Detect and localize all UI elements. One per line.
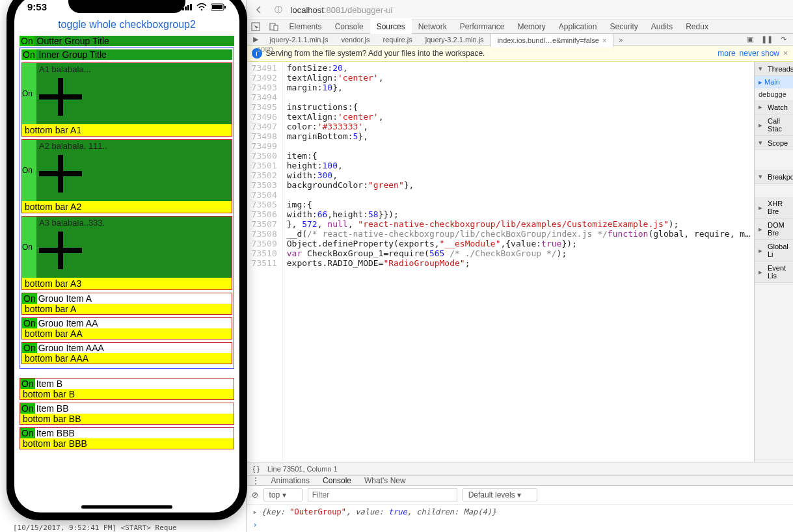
close-icon[interactable]: × — [602, 36, 606, 44]
toggle-link[interactable]: toggle whole checkboxgroup2 — [14, 15, 239, 36]
card-title: A3 balabala..333. — [39, 218, 230, 228]
drawer-tab-whatsnew[interactable]: What's New — [358, 472, 412, 489]
checkbox-item[interactable]: OnItem BB bottom bar BB — [20, 403, 234, 425]
checkbox-card[interactable]: On A3 balabala..333. bottom bar A3 — [21, 216, 232, 290]
info-never-link[interactable]: never show — [740, 49, 779, 58]
debug-sidebar: Threads ▸ Main debugge Watch Call Stac S… — [754, 62, 793, 462]
info-icon[interactable]: ⓘ — [271, 3, 286, 17]
checkbox-item[interactable]: OnGrouo Item AA bottom bar AA — [21, 317, 232, 339]
checkbox-item[interactable]: OnItem BBB bottom bar BBB — [20, 427, 234, 449]
drawer-tab-animations[interactable]: Animations — [265, 472, 316, 489]
outer-items: OnItem B bottom bar B OnItem BB bottom b… — [20, 378, 234, 449]
svg-rect-7 — [224, 6, 226, 8]
callstack-section[interactable]: Call Stac — [755, 114, 793, 136]
card-title: A2 balabala. 111.. — [39, 141, 230, 151]
phone-frame: 9:53 toggle whole checkboxgroup2 — [7, 0, 247, 520]
plus-icon — [39, 232, 82, 269]
phone-notch — [68, 0, 185, 13]
drawer: ⋮ AnimationsConsoleWhat's New ⊘ top ▾ De… — [247, 475, 793, 532]
inner-group-title[interactable]: On Inner Group Title — [21, 49, 232, 60]
card-bottom-bar: bottom bar A2 — [22, 201, 232, 213]
xhr-section[interactable]: XHR Bre — [755, 197, 793, 219]
toggle-sidebar-icon[interactable]: ▣ — [744, 35, 756, 44]
drawer-menu[interactable]: ⋮ — [247, 476, 265, 485]
drawer-tabs: ⋮ AnimationsConsoleWhat's New — [247, 476, 793, 486]
breakpoints-section[interactable]: Breakpo — [755, 170, 793, 184]
plus-icon — [39, 78, 82, 116]
threads-section[interactable]: Threads — [755, 62, 793, 76]
dom-section[interactable]: DOM Bre — [755, 219, 793, 240]
info-text: Serving from the file system? Add your f… — [266, 49, 485, 58]
url-text[interactable]: localhost:8081/debugger-ui — [291, 5, 393, 15]
thread-debugger[interactable]: debugge — [755, 88, 793, 100]
drawer-tab-console[interactable]: Console — [316, 472, 358, 490]
on-chip: On — [20, 36, 34, 46]
back-button[interactable] — [252, 3, 266, 17]
pause-icon[interactable]: ❚❚ — [759, 35, 775, 44]
home-indicator[interactable] — [81, 505, 172, 509]
devtools: ⓘ localhost:8081/debugger-ui ElementsCon… — [246, 0, 793, 532]
checkbox-item[interactable]: OnGrouo Item A bottom bar A — [21, 293, 232, 315]
checkbox-item[interactable]: OnItem B bottom bar B — [20, 378, 234, 400]
svg-rect-6 — [212, 5, 222, 9]
file-tab[interactable]: vendor.js — [334, 33, 376, 46]
global-section[interactable]: Global Li — [755, 240, 793, 261]
checkbox-item[interactable]: OnGrouo Item AAA bottom bar AAA — [21, 342, 232, 364]
phone-screen: 9:53 toggle whole checkboxgroup2 — [14, 0, 239, 512]
svg-rect-1 — [185, 7, 187, 10]
watch-section[interactable]: Watch — [755, 100, 793, 114]
on-chip: On — [20, 403, 35, 414]
context-select[interactable]: top ▾ — [263, 488, 302, 501]
item-bottom-bar: bottom bar AA — [22, 328, 232, 339]
on-chip: On — [22, 217, 36, 278]
item-title: Item BB — [36, 403, 69, 414]
outer-group-title[interactable]: On Outter Group Title — [20, 36, 234, 46]
item-bottom-bar: bottom bar BBB — [20, 438, 234, 449]
event-section[interactable]: Event Lis — [755, 261, 793, 283]
scope-section[interactable]: Scope — [755, 136, 793, 150]
tab-redux[interactable]: Redux — [679, 18, 715, 35]
item-bottom-bar: bottom bar B — [20, 389, 234, 399]
plus-icon — [39, 155, 82, 193]
item-bottom-bar: bottom bar AAA — [22, 353, 232, 364]
console-output[interactable]: ▸{key: "OuterGroup", value: true, childr… — [247, 505, 793, 532]
log-levels[interactable]: Default levels ▾ — [463, 488, 537, 501]
device-toggle-icon[interactable] — [267, 20, 280, 33]
more-files[interactable]: » — [616, 36, 625, 44]
svg-point-4 — [201, 8, 203, 10]
info-close[interactable]: × — [783, 49, 788, 58]
info-more-link[interactable]: more — [718, 49, 735, 58]
workspace-info: i Serving from the file system? Add your… — [247, 46, 793, 62]
clear-console-icon[interactable]: ⊘ — [252, 490, 258, 499]
inspect-icon[interactable] — [249, 20, 262, 33]
file-tab[interactable]: require.js — [377, 33, 419, 46]
on-chip: On — [22, 293, 37, 304]
tab-audits[interactable]: Audits — [645, 18, 679, 35]
svg-rect-3 — [190, 4, 192, 10]
thread-main[interactable]: ▸ Main — [755, 76, 793, 88]
inner-group: On Inner Group Title On A1 balabala... b… — [20, 47, 234, 369]
run-icon[interactable]: ▶ — [250, 35, 261, 44]
console-toolbar: ⊘ top ▾ Default levels ▾ — [247, 486, 793, 505]
terminal-line: [10/15/2017, 9:52:41 PM] <START> Reque — [13, 524, 177, 532]
devtools-tabs: ElementsConsoleSourcesNetworkPerformance… — [247, 20, 793, 34]
item-title: Grouo Item AA — [38, 318, 98, 328]
code-editor[interactable]: 7349173492734937349473495734967349773498… — [247, 62, 754, 462]
checkbox-card[interactable]: On A2 balabala. 111.. bottom bar A2 — [21, 139, 232, 213]
bg-resolution: 1080 — [257, 46, 273, 53]
on-chip: On — [22, 140, 36, 201]
file-tab[interactable]: jquery-2.1.1.min.js — [263, 33, 335, 46]
on-chip: On — [20, 428, 35, 438]
card-bottom-bar: bottom bar A3 — [22, 278, 232, 289]
status-time: 9:53 — [27, 1, 47, 12]
file-tab[interactable]: index.ios.bundl…e&minify=false × — [491, 33, 614, 47]
item-title: Grouo Item AAA — [38, 343, 104, 353]
svg-rect-2 — [187, 5, 189, 10]
on-chip: On — [22, 318, 37, 328]
console-filter[interactable] — [308, 488, 457, 501]
app-content: On Outter Group Title On Inner Group Tit… — [14, 36, 239, 449]
braces-icon[interactable]: { } — [253, 465, 260, 473]
checkbox-card[interactable]: On A1 balabala... bottom bar A1 — [21, 62, 232, 137]
file-tab[interactable]: jquery-3.2.1.min.js — [419, 33, 491, 46]
step-over-icon[interactable]: ↷ — [778, 35, 789, 44]
